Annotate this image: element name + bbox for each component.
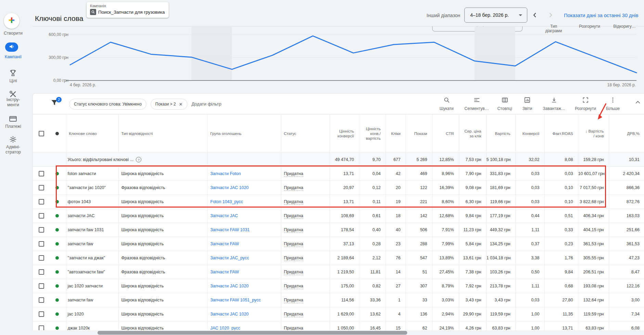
column-header-roas[interactable]: Факт.ROAS [544,114,578,153]
performance-line-chart[interactable] [33,25,644,82]
row-checkbox[interactable] [39,241,44,247]
column-header-status[interactable]: Статус [281,114,330,153]
row-checkbox[interactable] [39,199,44,204]
filter-chip[interactable]: Покази > 2✕ [151,99,188,110]
toolbar-reports-button[interactable]: Звіти [523,97,532,111]
next-range-button[interactable] [548,12,554,18]
enabled-status-dot [55,312,59,316]
column-header-avg-cpc[interactable]: Сер. ціна за клік [459,114,486,153]
ad-group-link[interactable]: Запчасти Foton [210,171,241,176]
toolbar-expand-button[interactable]: Розгорнути [575,97,596,111]
y-tick-300: 300,00 грн [33,55,68,60]
cell-ctr: 8,96% [432,167,459,181]
date-range-picker[interactable]: 4–18 бер. 2026 р. [464,8,527,23]
trophy-icon[interactable] [9,69,17,77]
column-header-ad-group[interactable]: Група оголошень [207,114,281,153]
keyword-row: foton запчастиШирока відповідністьЗапчас… [33,167,644,181]
sidebar-label-payments[interactable]: Платежі [0,124,26,129]
ad-group-link[interactable]: Запчасти FAW 1051_русс [210,298,261,302]
row-checkbox[interactable] [39,255,44,261]
prev-range-button[interactable] [532,12,538,18]
ad-group-link[interactable]: Запчасти JAC 1020 [210,284,249,288]
sidebar-label-campaigns[interactable]: Кампанії [0,54,26,60]
status-text[interactable]: Придатна [284,256,303,261]
status-text[interactable]: Придатна [284,171,303,177]
enabled-status-dot [55,200,59,203]
column-header-conversions[interactable]: Конверсії [515,114,544,153]
row-checkbox[interactable] [39,171,44,176]
sidebar-label-admin[interactable]: Адміні- стратор [0,145,26,155]
cell-avg-cpc: 3,43 грн [459,293,486,307]
column-header-clicks[interactable]: Кліки [386,114,405,153]
sidebar-item-campaigns[interactable] [5,42,18,52]
filter-chip[interactable]: Статус ключового слова: Увімкнено [69,99,146,110]
ad-group-link[interactable]: Запчасти FAW [210,270,239,274]
row-checkbox[interactable] [39,213,44,219]
horizontal-scrollbar-thumb[interactable] [98,331,407,335]
help-icon[interactable]: ? [136,157,141,162]
status-text[interactable]: Придатна [284,298,303,303]
toolbar-download-button[interactable]: Завантаж… [543,97,565,111]
column-header-cost[interactable]: Вартість [486,114,515,153]
ad-group-link[interactable]: Запчасти JAC [210,213,238,218]
gear-icon[interactable] [9,135,17,144]
select-all-checkbox[interactable] [39,131,44,136]
create-button[interactable] [4,13,20,29]
status-text[interactable]: Придатна [284,284,303,289]
row-checkbox[interactable] [39,297,44,303]
status-text[interactable]: Придатна [284,199,303,205]
row-checkbox[interactable] [39,185,44,190]
toolbar-columns-button[interactable]: Стовпці [497,97,512,111]
ad-group-link[interactable]: Запчасти JAC 1020 [210,312,249,317]
sidebar-label-tools[interactable]: Інстру- менти [0,97,26,108]
column-header-conv-value-per-cost[interactable]: Цінність конв./ вартість [359,114,386,153]
column-header-ctr[interactable]: CTR [432,114,459,153]
cell-avg-cpc: 7,38 грн [459,265,486,279]
filter-funnel-button[interactable]: 2 [50,98,62,109]
ad-group-link[interactable]: Запчасти FAW 1031 [210,227,250,232]
ad-group-link[interactable]: Запчасти JAC_русс [210,256,249,260]
sidebar-label-goals[interactable]: Цілі [0,78,26,84]
show-last-30-days-link[interactable]: Показати дані за останні 30 днів [564,13,638,18]
status-text[interactable]: Придатна [284,312,303,317]
totals-impressions: 5 269 [405,153,432,167]
toolbar-label: Завантаж… [543,106,565,111]
row-checkbox[interactable] [39,311,44,317]
cell-avg-cpc: 29,90 грн [459,307,486,321]
toolbar-label: Звіти [523,106,532,111]
other-range-label: Інший діапазон [392,13,460,18]
filter-chip-label: Покази > 2 [155,102,176,107]
status-text[interactable]: Придатна [284,185,303,191]
ad-group-link[interactable]: Запчасти FAW [210,241,239,246]
toolbar-segment-button[interactable]: Сегментув… [464,97,489,111]
cell-impressions: 547 [405,251,432,265]
column-header-conv-value[interactable]: Цінність конверсії [330,114,359,153]
status-text[interactable]: Придатна [284,213,303,219]
status-text[interactable]: Придатна [284,270,303,275]
add-filter-button[interactable]: Додати фільтр [192,99,221,109]
status-text[interactable]: Придатна [284,241,303,247]
page-title: Ключові слова [35,14,83,23]
cell-search-lost-is: 251,66 [609,223,644,237]
campaign-scope-chip[interactable]: Кампанія Поиск_Запчасти для грузовика [87,2,169,18]
ad-group-link[interactable]: Запчасти JAC 1020 [210,185,249,190]
ad-group-link[interactable]: JAC 1020_русс [210,326,240,331]
cell-search-lost-is: 47,23 [609,251,644,265]
column-header-search-lost-is[interactable]: ДРВ,% [609,114,644,153]
ad-group-link[interactable]: Foton 1043_русс [210,199,243,204]
card-icon[interactable] [9,114,17,123]
column-header-match-type[interactable]: Тип відповідності [118,114,207,153]
match-type-text: Широка відповідність [121,171,164,176]
megaphone-icon [8,43,15,51]
status-text[interactable]: Придатна [284,227,303,233]
column-header-keyword[interactable]: Ключове слово [66,114,118,153]
cell-avg-cpc: 9,08 грн [459,181,486,195]
cell-conversions: 0,50 [515,265,544,279]
row-checkbox[interactable] [39,283,44,289]
row-checkbox[interactable] [39,269,44,275]
close-icon[interactable]: ✕ [179,102,183,107]
collapse-chevron-icon[interactable] [634,99,641,106]
toolbar-search-button[interactable]: Шукати [439,97,453,111]
column-header-impressions[interactable]: Покази [405,114,432,153]
row-checkbox[interactable] [39,227,44,233]
